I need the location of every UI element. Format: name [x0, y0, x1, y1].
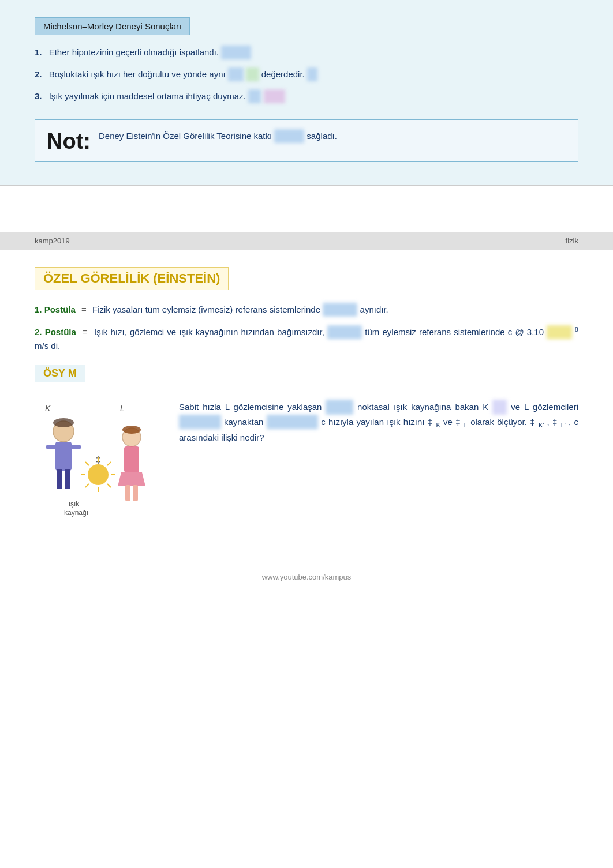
- note-box: Not: Deney Eistein'in Özel Görelilik Teo…: [35, 119, 578, 162]
- postula-2: 2. Postüla = Işık hızı, gözlemci ve ışık…: [35, 325, 578, 353]
- footer-bar: kamp2019 fizik: [0, 232, 613, 250]
- postula-2-number: 2. Postüla: [35, 327, 76, 337]
- desc-blur1: [326, 400, 353, 415]
- svg-point-7: [88, 464, 109, 485]
- experiment-title-box: Michelson–Morley Deneyi Sonuçları: [35, 17, 190, 35]
- result-item-1: 1. Ether hipotezinin geçerli olmadığı is…: [35, 46, 578, 59]
- second-section: ÖZEL GÖRELİLİK (EİNSTEİN) 1. Postüla = F…: [0, 250, 613, 550]
- svg-rect-5: [46, 445, 55, 449]
- svg-point-17: [122, 426, 141, 434]
- postula-2-blur2: [547, 325, 572, 339]
- postula-1-eq: =: [81, 305, 89, 314]
- result-text-2: Boşluktaki ışık hızı her doğrultu ve yön…: [49, 69, 318, 79]
- isik-label: ışık: [69, 500, 80, 508]
- result-item-2: 2. Boşluktaki ışık hızı her doğrultu ve …: [35, 67, 578, 81]
- section-title: ÖZEL GÖRELİLİK (EİNSTEİN): [35, 267, 229, 290]
- desc-kprime-sub: K': [539, 422, 544, 429]
- desc-main: Sabit hızla L gözlemcisine yaklaşan nokt…: [179, 402, 578, 442]
- postula-1: 1. Postüla = Fizik yasaları tüm eylemsiz…: [35, 303, 578, 317]
- note-section: Not: Deney Eistein'in Özel Görelilik Teo…: [35, 119, 578, 162]
- footer-right: fizik: [566, 236, 578, 245]
- postula-list: 1. Postüla = Fizik yasaları tüm eylemsiz…: [35, 303, 578, 353]
- result-2-blur3: [307, 67, 318, 81]
- experiment-title: Michelson–Morley Deneyi Sonuçları: [43, 21, 181, 31]
- desc-l-sub: L: [464, 422, 468, 429]
- note-text: Deney Eistein'in Özel Görelilik Teorisin…: [99, 129, 337, 143]
- svg-rect-3: [57, 469, 62, 489]
- svg-rect-6: [72, 445, 81, 449]
- diagram-area: K L ‡: [35, 400, 578, 527]
- postula-1-text: Fizik yasaları tüm eylemsiz (ivmesiz) re…: [92, 305, 388, 314]
- svg-rect-2: [55, 442, 72, 471]
- result-2-blur2: [246, 67, 259, 81]
- page: Michelson–Morley Deneyi Sonuçları 1. Eth…: [0, 0, 613, 868]
- bottom-watermark: www.youtube.com/kampus: [0, 561, 613, 593]
- result-1-blur: [221, 46, 251, 59]
- diagram-svg: K L ‡: [35, 400, 162, 527]
- svg-rect-21: [133, 485, 138, 501]
- postula-2-blur1: [327, 325, 362, 339]
- svg-line-14: [85, 484, 89, 487]
- osym-label: ÖSY M: [43, 367, 77, 379]
- watermark-text: www.youtube.com/kampus: [262, 573, 352, 581]
- desc-lprime-sub: L': [561, 422, 566, 429]
- svg-marker-19: [118, 472, 145, 486]
- diagram-container: K L ‡: [35, 400, 162, 527]
- svg-line-15: [107, 484, 111, 487]
- kaynagi-label: kaynağı: [64, 509, 88, 517]
- results-list: 1. Ether hipotezinin geçerli olmadığı is…: [35, 46, 578, 103]
- result-text-3: Işık yayılmak için maddesel ortama ihtiy…: [49, 91, 285, 101]
- svg-rect-18: [124, 446, 139, 472]
- result-2-blur1: [228, 67, 244, 81]
- result-3-blur2: [264, 89, 286, 103]
- result-number-2: 2.: [35, 69, 42, 79]
- result-text-1: Ether hipotezinin geçerli olmadığı ispat…: [49, 47, 251, 57]
- desc-blur3: [179, 415, 221, 430]
- result-item-3: 3. Işık yayılmak için maddesel ortama ih…: [35, 89, 578, 103]
- k-label: K: [45, 404, 51, 413]
- postula-2-eq: =: [83, 327, 91, 337]
- note-text-main: Deney Eistein'in Özel Görelilik Teorisin…: [99, 131, 337, 141]
- result-3-blur1: [248, 89, 261, 103]
- svg-point-1: [53, 418, 74, 427]
- desc-blur2: [492, 400, 507, 415]
- desc-k-sub: K: [436, 422, 440, 429]
- result-number-3: 3.: [35, 91, 42, 101]
- postula-2-exp: 8: [575, 326, 578, 333]
- svg-rect-4: [65, 469, 70, 489]
- desc-blur4: [267, 415, 318, 430]
- diagram-description: Sabit hızla L gözlemcisine yaklaşan nokt…: [179, 400, 578, 445]
- svg-line-12: [85, 462, 89, 465]
- note-label: Not:: [47, 130, 91, 152]
- result-number-1: 1.: [35, 47, 42, 57]
- note-blur1: [274, 129, 304, 143]
- postula-1-blur1: [323, 303, 357, 317]
- postula-2-text: Işık hızı, gözlemci ve ışık kaynağının h…: [35, 327, 578, 351]
- postula-1-number: 1. Postüla: [35, 305, 76, 314]
- svg-line-13: [107, 462, 111, 465]
- top-section: Michelson–Morley Deneyi Sonuçları 1. Eth…: [0, 0, 613, 186]
- osym-box: ÖSY M: [35, 365, 85, 382]
- footer-left: kamp2019: [35, 236, 70, 245]
- l-label: L: [120, 404, 125, 413]
- svg-rect-20: [125, 485, 130, 501]
